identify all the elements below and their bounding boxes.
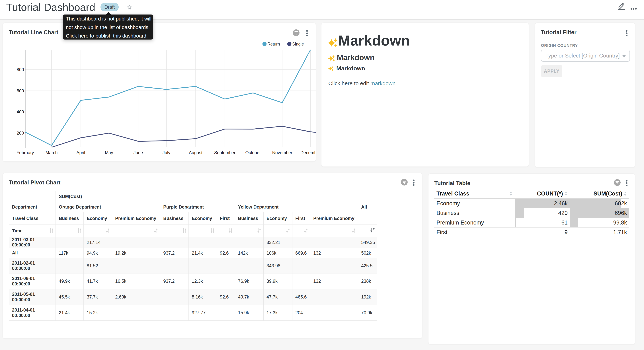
svg-text:200: 200: [17, 130, 24, 136]
svg-text:400: 400: [17, 109, 24, 114]
svg-text:600: 600: [17, 88, 24, 93]
svg-text:March: March: [46, 150, 58, 155]
svg-text:800: 800: [17, 67, 24, 72]
svg-text:February: February: [16, 150, 34, 155]
svg-text:Single: Single: [292, 42, 304, 46]
svg-text:November: November: [272, 150, 292, 155]
svg-text:August: August: [189, 150, 202, 155]
svg-text:December: December: [300, 150, 316, 155]
svg-text:July: July: [162, 150, 170, 155]
svg-text:June: June: [134, 150, 143, 155]
svg-text:October: October: [245, 150, 261, 155]
svg-text:Return: Return: [268, 42, 280, 46]
svg-text:April: April: [76, 150, 85, 155]
svg-text:May: May: [105, 150, 113, 155]
svg-text:September: September: [214, 150, 235, 155]
